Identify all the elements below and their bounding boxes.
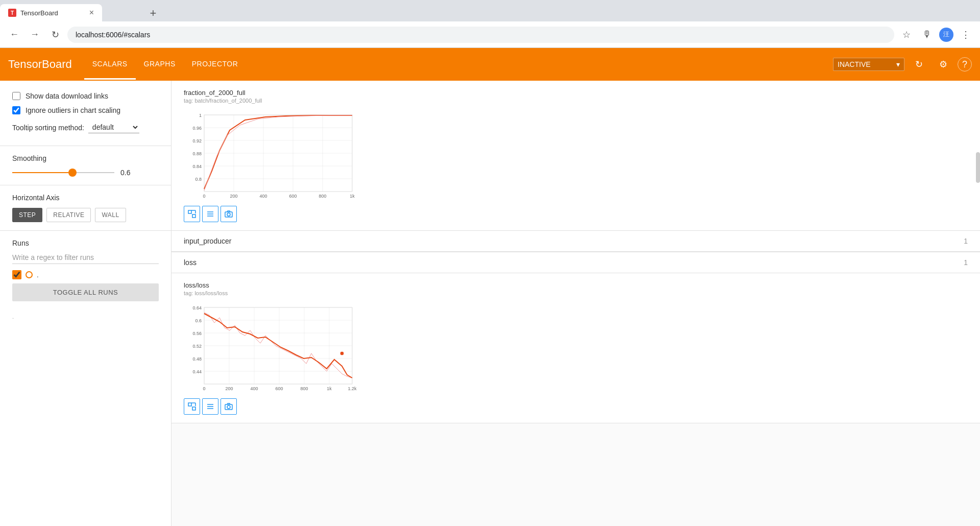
settings-button[interactable]: ⚙ [933,54,953,75]
runs-filter-input[interactable] [12,251,159,264]
bookmark-icon[interactable]: ☆ [898,27,915,43]
fraction-list-button[interactable] [202,206,218,222]
loss-list-icon [206,402,214,411]
loss-expand-button[interactable] [184,398,200,415]
svg-text:800: 800 [318,194,326,199]
fraction-chart-svg: 1 0.96 0.92 0.88 0.84 0.8 0 200 400 600 … [184,110,357,202]
scrollbar[interactable] [976,152,980,183]
loss-title: loss [184,258,197,267]
address-bar[interactable] [67,27,894,43]
sidebar-footer: . [0,309,171,324]
loss-section-header[interactable]: loss 1 [172,252,980,273]
svg-text:0.52: 0.52 [192,344,202,349]
main: Show data download links Ignore outliers… [0,81,980,526]
svg-text:800: 800 [300,386,308,391]
fraction-chart-area: 1 0.96 0.92 0.88 0.84 0.8 0 200 400 600 … [184,110,357,202]
browser-nav: ← → ↻ ☆ 🎙 汪 ⋮ [0,21,980,48]
cast-icon: 🎙 [919,27,935,43]
loss-list-button[interactable] [202,398,218,415]
svg-text:0.64: 0.64 [192,305,202,310]
tab-favicon: T [8,9,16,17]
smoothing-slider-container: 0.6 [12,169,159,177]
svg-text:1k: 1k [327,386,332,391]
nav-controls: INACTIVE ▾ ↻ ⚙ ? [833,54,972,75]
menu-icon[interactable]: ⋮ [958,27,974,43]
ignore-outliers-row: Ignore outliers in chart scaling [12,103,159,117]
run-dot-icon [26,271,33,278]
list-icon [206,210,214,218]
runs-section: Runs . TOGGLE ALL RUNS [0,231,171,309]
nav-scalars[interactable]: SCALARS [84,50,136,80]
fraction-chart-title: fraction_of_2000_full [184,89,968,97]
svg-text:400: 400 [259,194,267,199]
new-tab-button[interactable]: + [102,5,204,21]
loss-chart-area: 0.64 0.6 0.56 0.52 0.48 0.44 0 200 400 6… [184,302,357,394]
options-section: Show data download links Ignore outliers… [0,81,171,146]
svg-text:0.8: 0.8 [195,177,202,182]
svg-rect-26 [188,210,191,213]
show-data-label: Show data download links [26,92,108,100]
svg-text:0.88: 0.88 [192,151,202,156]
top-nav: TensorBoard SCALARS GRAPHS PROJECTOR INA… [0,48,980,81]
loss-expand-icon [188,402,196,411]
nav-graphs[interactable]: GRAPHS [136,50,184,80]
svg-text:200: 200 [225,386,233,391]
run-label: . [37,271,39,279]
svg-text:0.96: 0.96 [192,126,202,131]
fraction-chart-container: fraction_of_2000_full tag: batch/fractio… [172,81,980,231]
run-checkbox[interactable] [12,270,21,279]
loss-camera-icon [225,402,233,411]
svg-point-34 [227,213,230,216]
loss-chart-actions [184,398,968,415]
loss-chart-svg: 0.64 0.6 0.56 0.52 0.48 0.44 0 200 400 6… [184,302,357,394]
svg-text:400: 400 [250,386,258,391]
reload-button[interactable]: ↻ [47,27,63,43]
help-button[interactable]: ? [958,57,972,71]
loss-chart-container: loss/loss tag: loss/loss/loss [172,273,980,423]
status-dropdown[interactable]: INACTIVE ▾ [833,58,904,71]
svg-text:200: 200 [230,194,237,199]
toggle-all-runs-button[interactable]: TOGGLE ALL RUNS [12,283,159,301]
back-button[interactable]: ← [6,27,22,43]
show-data-checkbox[interactable] [12,92,20,100]
axis-step-button[interactable]: STEP [12,208,42,222]
show-data-links-row: Show data download links [12,89,159,103]
smoothing-slider[interactable] [12,172,114,173]
content-area: fraction_of_2000_full tag: batch/fractio… [172,81,980,526]
app: TensorBoard SCALARS GRAPHS PROJECTOR INA… [0,48,980,526]
svg-text:0.6: 0.6 [195,318,202,323]
nav-projector[interactable]: PROJECTOR [184,50,247,80]
svg-text:1: 1 [199,113,202,118]
smoothing-value: 0.6 [120,169,136,177]
forward-button[interactable]: → [27,27,43,43]
svg-text:0.84: 0.84 [192,164,202,169]
svg-rect-27 [192,214,195,218]
ignore-outliers-checkbox[interactable] [12,106,20,114]
svg-text:600: 600 [289,194,297,199]
fraction-chart-tag: tag: batch/fraction_of_2000_full [184,98,968,104]
refresh-button[interactable]: ↻ [909,54,929,75]
fraction-camera-button[interactable] [220,206,237,222]
axis-wall-button[interactable]: WALL [95,208,126,222]
tooltip-dropdown[interactable]: default ascending descending nearest [88,122,139,133]
runs-title: Runs [12,239,159,247]
tooltip-row: Tooltip sorting method: default ascendin… [12,117,159,137]
avatar[interactable]: 汪 [939,28,953,42]
footer-text: . [12,314,14,320]
axis-section: Horizontal Axis STEP RELATIVE WALL [0,185,171,231]
loss-count: 1 [964,258,968,267]
fraction-expand-button[interactable] [184,206,200,222]
input-producer-section[interactable]: input_producer 1 [172,231,980,252]
axis-title: Horizontal Axis [12,194,159,202]
close-tab-button[interactable]: × [89,8,94,17]
input-producer-count: 1 [964,237,968,245]
input-producer-title: input_producer [184,237,231,245]
fraction-chart-actions [184,206,968,222]
loss-chart-tag: tag: loss/loss/loss [184,290,968,296]
smoothing-title: Smoothing [12,154,159,162]
loss-camera-button[interactable] [220,398,237,415]
axis-buttons: STEP RELATIVE WALL [12,208,159,222]
axis-relative-button[interactable]: RELATIVE [46,208,91,222]
svg-text:600: 600 [275,386,283,391]
browser-tab[interactable]: T TensorBoard × [0,4,102,21]
